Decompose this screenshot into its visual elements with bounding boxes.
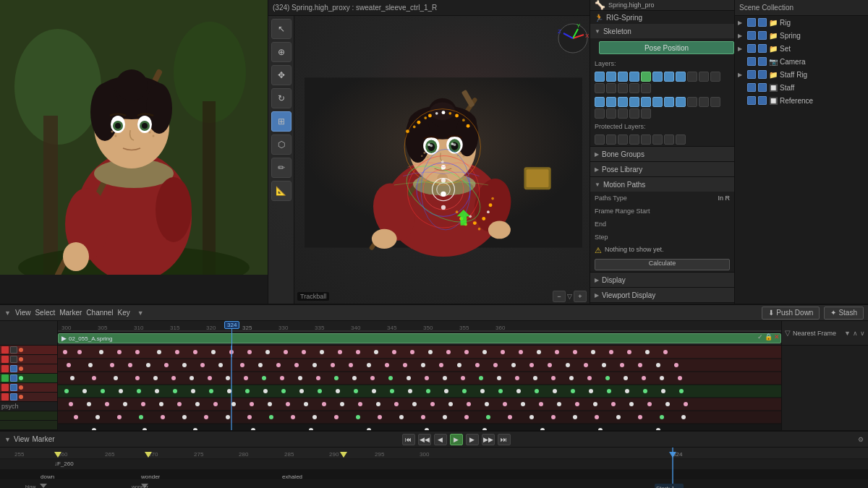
- protected-dot-7[interactable]: [664, 134, 674, 145]
- toolbar-rotate-btn[interactable]: ↻: [271, 88, 292, 108]
- set-checkbox-2[interactable]: [758, 44, 767, 53]
- viewport-3d[interactable]: (324) Spring.high_proxy : sweater_sleeve…: [268, 0, 590, 304]
- layer-dot-29[interactable]: [606, 108, 616, 119]
- rig-checkbox-2[interactable]: [758, 18, 767, 27]
- track-check-1[interactable]: [10, 346, 17, 354]
- filter-toggle[interactable]: ∧: [853, 330, 858, 337]
- toolbar-move-btn[interactable]: ✥: [271, 65, 292, 85]
- set-checkbox[interactable]: [747, 44, 756, 53]
- layer-dot-22[interactable]: [652, 97, 663, 107]
- layer-dot-19[interactable]: [618, 97, 628, 107]
- pose-library-header[interactable]: ▶ Pose Library: [590, 162, 734, 176]
- layer-dot-1[interactable]: [595, 72, 605, 82]
- prev-frame-btn[interactable]: ◀: [434, 434, 447, 445]
- next-keyframe-btn[interactable]: ▶▶: [482, 434, 495, 445]
- spring-checkbox-2[interactable]: [758, 31, 767, 40]
- scene-item-camera[interactable]: 📷 Camera: [735, 55, 868, 68]
- layer-dot-9[interactable]: [687, 72, 697, 82]
- bone-groups-header[interactable]: ▶ Bone Groups: [590, 147, 734, 161]
- scene-item-rig[interactable]: ▶ 📁 Rig: [735, 16, 868, 29]
- filter-dropdown[interactable]: ▼: [844, 330, 851, 337]
- protected-dot-2[interactable]: [606, 134, 616, 145]
- layer-dot-31[interactable]: [629, 108, 639, 119]
- prev-keyframe-btn[interactable]: ◀◀: [418, 434, 431, 445]
- layer-dot-17[interactable]: [595, 97, 605, 107]
- scene-item-staff[interactable]: 🔲 Staff: [735, 81, 868, 94]
- layer-dot-7[interactable]: [664, 72, 674, 82]
- nla-key-label[interactable]: Key: [118, 309, 130, 317]
- scene-item-reference[interactable]: 🔲 Reference: [735, 94, 868, 107]
- strip-close-btn[interactable]: ✕: [774, 333, 780, 341]
- track-check-4[interactable]: [10, 374, 17, 382]
- layer-dot-12[interactable]: [595, 83, 605, 93]
- skeleton-header[interactable]: ▼ Skeleton: [590, 24, 734, 38]
- reference-checkbox[interactable]: [747, 96, 756, 105]
- protected-dot-5[interactable]: [641, 134, 651, 145]
- rig-checkbox[interactable]: [747, 18, 756, 27]
- layer-dot-28[interactable]: [595, 108, 605, 119]
- track-check-3[interactable]: [10, 365, 17, 372]
- toolbar-annotate-btn[interactable]: ✏: [271, 158, 292, 178]
- layer-dot-6[interactable]: [652, 72, 663, 82]
- timeline-view-label[interactable]: View: [14, 435, 30, 443]
- staff-checkbox[interactable]: [747, 83, 756, 92]
- layer-dot-11[interactable]: [710, 72, 720, 82]
- toolbar-scale-btn[interactable]: ⊞: [271, 111, 292, 132]
- motion-paths-header[interactable]: ▼ Motion Paths: [590, 177, 734, 192]
- track-check-6[interactable]: [10, 393, 17, 401]
- layer-dot-25[interactable]: [687, 97, 697, 107]
- layer-dot-27[interactable]: [710, 97, 720, 107]
- strip-mute-btn[interactable]: ✓: [757, 333, 763, 341]
- scene-item-spring[interactable]: ▶ 📁 Spring: [735, 29, 868, 42]
- timeline-marker-label[interactable]: Marker: [32, 435, 54, 443]
- protected-dot-1[interactable]: [595, 134, 605, 145]
- filter-toggle-2[interactable]: ∨: [860, 330, 865, 337]
- calculate-btn[interactable]: Calculate: [595, 259, 730, 270]
- nla-action-strip[interactable]: ▶ 02_055_A.spring: [58, 333, 781, 343]
- protected-dot-4[interactable]: [629, 134, 639, 145]
- go-start-btn[interactable]: ⏮: [402, 434, 415, 445]
- layer-dot-16[interactable]: [641, 83, 651, 93]
- layer-dot-30[interactable]: [618, 108, 628, 119]
- staff-rig-checkbox-2[interactable]: [758, 70, 767, 79]
- layer-dot-20[interactable]: [629, 97, 639, 107]
- scene-item-set[interactable]: ▶ 📁 Set: [735, 42, 868, 55]
- nla-select-label[interactable]: Select: [35, 309, 55, 317]
- viewport-zoom-out[interactable]: −: [553, 291, 566, 302]
- nla-channel-label[interactable]: Channel: [86, 309, 113, 317]
- camera-checkbox-2[interactable]: [758, 57, 767, 66]
- viewport-display-header[interactable]: ▶ Viewport Display: [590, 288, 734, 302]
- layer-dot-23[interactable]: [664, 97, 674, 107]
- reference-checkbox-2[interactable]: [758, 96, 767, 105]
- layer-dot-13[interactable]: [606, 83, 616, 93]
- layer-dot-10[interactable]: [699, 72, 709, 82]
- track-check-5[interactable]: [10, 384, 17, 391]
- layer-dot-3[interactable]: [618, 72, 628, 82]
- pose-position-btn[interactable]: Pose Position: [599, 41, 734, 54]
- layer-dot-32[interactable]: [641, 108, 651, 119]
- layer-dot-4[interactable]: [629, 72, 639, 82]
- protected-dot-6[interactable]: [652, 134, 663, 145]
- layer-dot-15[interactable]: [629, 83, 639, 93]
- spring-checkbox[interactable]: [747, 31, 756, 40]
- protected-dot-8[interactable]: [676, 134, 686, 145]
- layer-dot-21[interactable]: [641, 97, 651, 107]
- layer-dot-26[interactable]: [699, 97, 709, 107]
- viewport-zoom-in[interactable]: +: [574, 291, 587, 302]
- go-end-btn[interactable]: ⏭: [498, 434, 511, 445]
- layer-dot-18[interactable]: [606, 97, 616, 107]
- staff-rig-checkbox[interactable]: [747, 70, 756, 79]
- protected-dot-3[interactable]: [618, 134, 628, 145]
- layer-dot-8[interactable]: [676, 72, 686, 82]
- stash-btn[interactable]: ✦ Stash: [824, 307, 864, 320]
- track-check-2[interactable]: [10, 356, 17, 363]
- next-frame-btn[interactable]: ▶: [466, 434, 479, 445]
- toolbar-cursor-btn[interactable]: ⊕: [271, 42, 292, 62]
- nla-view-dropdown[interactable]: ▼: [4, 309, 11, 317]
- play-btn[interactable]: ▶: [450, 434, 463, 445]
- camera-checkbox[interactable]: [747, 57, 756, 66]
- nla-marker-label[interactable]: Marker: [59, 309, 82, 317]
- display-header[interactable]: ▶ Display: [590, 273, 734, 287]
- strip-solo-btn[interactable]: 🔒: [765, 333, 773, 341]
- layer-dot-2[interactable]: [606, 72, 616, 82]
